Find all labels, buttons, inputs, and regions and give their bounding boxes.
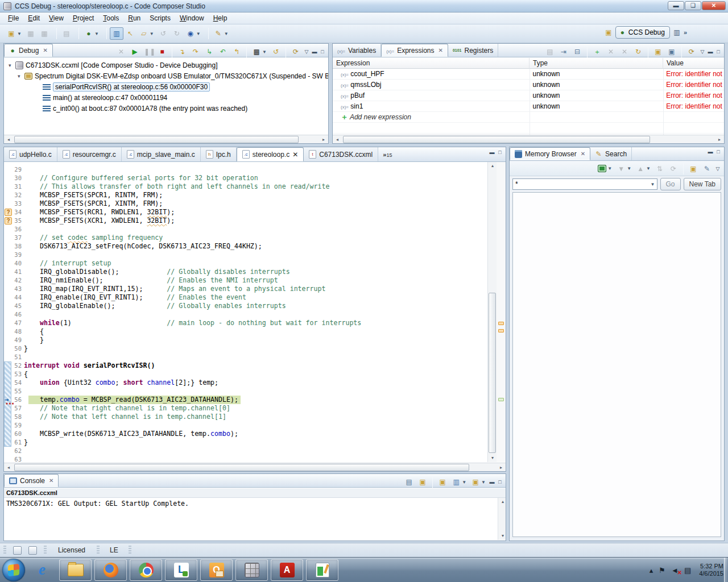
minimize-view-icon[interactable]: ▬ — [488, 149, 496, 155]
maximize-view-icon[interactable]: □ — [714, 49, 722, 55]
menu-project[interactable]: Project — [68, 13, 98, 23]
save-icon[interactable]: ▦ — [24, 27, 38, 40]
code-line[interactable]: 31 // This allows transfer of both right… — [4, 182, 487, 191]
chevron-down-icon[interactable]: ▼ — [627, 166, 631, 171]
scroll-thumb[interactable] — [343, 136, 650, 143]
expressions-hscrollbar[interactable]: ◂ ▸ — [333, 135, 724, 143]
refresh-memory-icon[interactable]: ⟳ — [667, 163, 680, 175]
chevron-down-icon[interactable]: ▼ — [150, 31, 154, 36]
column-header-expression[interactable]: Expression — [333, 58, 530, 69]
taskbar-app-firefox[interactable] — [94, 559, 127, 581]
clear-console-icon[interactable]: ▤ — [402, 476, 416, 488]
code-line[interactable]: 32 MCBSP_FSETS(SPCR1, RINTM, FRM); — [4, 191, 487, 199]
code-line[interactable]: 50} — [4, 344, 487, 353]
remove-expression-icon[interactable]: ✕ — [604, 45, 618, 58]
overview-marker-warning[interactable] — [498, 329, 504, 332]
chevron-down-icon[interactable]: ▼ — [481, 480, 486, 485]
minimize-view-icon[interactable]: ▬ — [706, 49, 714, 55]
tab-registers[interactable]: 0101Registers — [448, 44, 498, 57]
console-output[interactable]: TMS320C671X: GEL Output: GEL StartUp Com… — [4, 498, 498, 540]
code-line[interactable]: 42 IRQ_nmiEnable(); // Enables the NMI i… — [4, 276, 487, 285]
step-into-icon[interactable]: ↴ — [175, 45, 189, 58]
taskbar-clock[interactable]: 5:32 PM 4/6/2015 — [699, 563, 723, 577]
code-line[interactable]: 46 — [4, 310, 487, 319]
connect-target-icon[interactable]: ▥ — [110, 27, 123, 40]
add-expression-icon[interactable]: ＋ — [590, 45, 604, 58]
tab-overflow-indicator[interactable]: »15 — [383, 151, 392, 158]
build-console-icon[interactable]: ▤ — [60, 27, 73, 40]
restore-back-icon[interactable]: ↺ — [156, 27, 170, 40]
view-menu-icon[interactable]: ▽ — [698, 49, 706, 55]
chevron-down-icon[interactable]: ▼ — [17, 31, 22, 36]
network-icon[interactable]: ▤ — [684, 566, 691, 575]
overview-marker-highlight[interactable] — [498, 398, 504, 401]
question-marker-icon[interactable]: ? — [5, 217, 12, 225]
code-line[interactable]: 57 // Note that right channel is in temp… — [4, 404, 487, 413]
expression-row[interactable]: ccout_HPFunknownError: identifier not f — [333, 69, 724, 80]
tree-expand-icon[interactable]: ▾ — [9, 63, 15, 68]
debug-tree-row[interactable]: ▾Spectrum Digital DSK-EVM-eZdsp onboard … — [18, 70, 328, 81]
menu-edit[interactable]: Edit — [23, 13, 44, 23]
scroll-down-icon[interactable]: ▾ — [499, 532, 507, 540]
close-icon[interactable]: ✕ — [43, 47, 47, 53]
load-program-icon[interactable]: ▱▼ — [137, 27, 156, 40]
maximize-view-icon[interactable]: □ — [496, 149, 504, 155]
scroll-down-icon[interactable]: ▾ — [489, 454, 497, 462]
scroll-up-icon[interactable]: ▴ — [499, 498, 507, 506]
chevron-down-icon[interactable]: ▼ — [607, 166, 612, 171]
code-line[interactable]: 58 // Note that left channel is in temp.… — [4, 413, 487, 421]
add-new-expression-row[interactable]: ＋ Add new expression — [333, 112, 724, 123]
perspective-ccs-debug-button[interactable]: ● CCS Debug — [615, 26, 670, 39]
fast-view-icon[interactable] — [13, 546, 22, 555]
code-line[interactable]: 36 — [4, 225, 487, 234]
save-memory-icon[interactable]: ▼▼ — [614, 163, 634, 175]
debug-tree-row[interactable]: ▾C6713DSK.ccxml [Code Composer Studio - … — [9, 60, 218, 70]
display-console-icon[interactable]: ▥▼ — [449, 476, 469, 488]
debug-icon[interactable]: ●▼ — [82, 27, 101, 40]
scroll-thumb[interactable] — [489, 293, 496, 453]
chevron-down-icon[interactable]: ▼ — [94, 31, 99, 36]
view-menu-icon[interactable]: ▽ — [303, 49, 311, 55]
swap-icon[interactable]: ⇅ — [653, 163, 667, 175]
code-line[interactable]: 45 IRQ_globalEnable(); // Globally enabl… — [4, 302, 487, 310]
code-line[interactable]: 63 — [4, 455, 487, 462]
action-center-flag-icon[interactable]: ⚑ — [659, 566, 665, 575]
menu-view[interactable]: View — [44, 13, 68, 23]
restore-button[interactable]: ❏ — [685, 1, 701, 10]
taskbar-app-chrome[interactable] — [130, 559, 162, 581]
restore-forward-icon[interactable]: ↻ — [170, 27, 184, 40]
close-icon[interactable]: ✕ — [439, 47, 443, 53]
target-chip-icon[interactable]: ▼ — [595, 163, 614, 174]
scroll-left-icon[interactable]: ◂ — [5, 136, 13, 143]
editor-tab-Ipc.h[interactable]: hIpc.h — [201, 147, 237, 161]
connect-chip-icon[interactable]: ▩▼ — [250, 45, 269, 58]
editor-vscrollbar[interactable]: ▴ ▾ — [487, 162, 497, 462]
go-button[interactable]: Go — [660, 178, 681, 190]
menu-file[interactable]: File — [3, 13, 23, 23]
asm-step-over-icon[interactable]: ↶ — [216, 45, 230, 58]
asm-step-into-icon[interactable]: ↳ — [202, 45, 216, 58]
tree-expand-icon[interactable]: ▾ — [18, 73, 24, 79]
memory-address-combo[interactable]: * ▼ — [512, 178, 657, 190]
code-line[interactable]: 39 — [4, 251, 487, 259]
code-line[interactable]: 59 — [4, 421, 487, 430]
console-vscrollbar[interactable]: ▴ ▾ — [498, 498, 506, 540]
step-over-icon[interactable]: ↷ — [189, 45, 202, 58]
taskbar-app-windows-explorer[interactable] — [59, 559, 92, 581]
code-line[interactable]: 49 } — [4, 336, 487, 344]
editor-tab-resourcemgr.c[interactable]: .cresourcemgr.c — [57, 147, 122, 161]
load-memory-icon[interactable]: ▲▼ — [634, 163, 653, 175]
scroll-left-icon[interactable]: ◂ — [5, 464, 13, 471]
tab-memory-browser[interactable]: Memory Browser✕ — [510, 147, 590, 160]
expression-row[interactable]: qmssLObjunknownError: identifier not f — [333, 80, 724, 90]
code-line[interactable]: 62 — [4, 447, 487, 455]
refresh-icon[interactable]: ⟳ — [685, 45, 698, 58]
scroll-lock-icon[interactable]: ▣ — [416, 476, 429, 488]
debug-launch-tree[interactable]: ▾C6713DSK.ccxml [Code Composer Studio - … — [4, 58, 328, 135]
code-line[interactable]: 29 — [4, 165, 487, 174]
memory-content-area[interactable] — [512, 192, 721, 537]
new-view-icon[interactable]: ▣ — [651, 45, 665, 58]
code-line[interactable]: 55 — [4, 387, 487, 396]
new-tab-icon[interactable]: ▣ — [686, 163, 700, 175]
debug-hscrollbar[interactable]: ◂ ▸ — [4, 135, 328, 143]
